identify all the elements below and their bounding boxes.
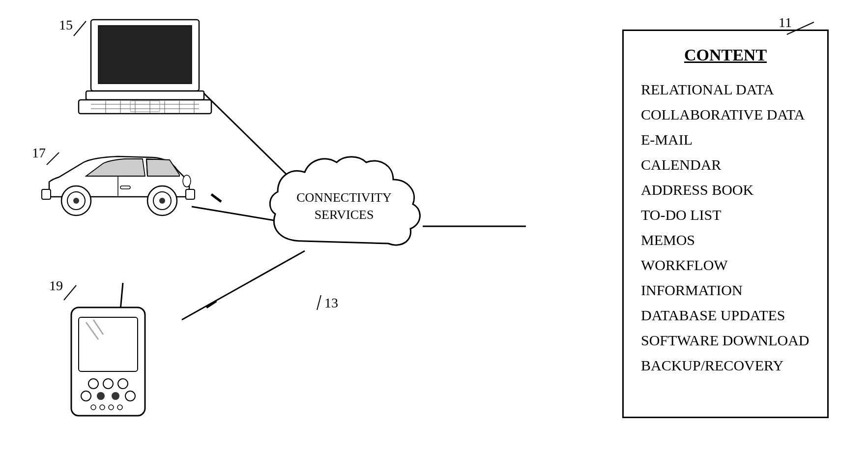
svg-point-28 [73,198,79,204]
svg-point-34 [183,175,191,187]
svg-point-47 [91,405,96,410]
svg-rect-25 [42,189,51,199]
content-box-title: CONTENT [624,46,827,64]
svg-point-40 [88,379,98,389]
content-item-2: COLLABORATIVE DATA [641,102,827,127]
content-item-9: DATABASE UPDATES [641,303,827,328]
svg-point-49 [109,405,114,410]
svg-point-45 [112,392,119,400]
content-item-5: ADDRESS BOOK [641,177,827,202]
cloud-svg: CONNECTIVITY SERVICES [260,152,428,275]
svg-point-46 [125,391,135,401]
svg-point-44 [97,392,105,400]
svg-point-42 [118,379,128,389]
svg-text:SERVICES: SERVICES [315,208,374,222]
svg-line-2 [211,194,221,202]
content-item-8: WORKFLOW INFORMATION [641,252,827,303]
svg-point-48 [100,405,105,410]
svg-line-4 [206,301,216,307]
svg-point-50 [117,405,122,410]
svg-line-53 [64,285,76,300]
svg-line-52 [47,152,59,165]
pda-svg [59,280,157,428]
content-item-10: SOFTWARE DOWNLOAD [641,328,827,353]
content-item-3: E-MAIL [641,127,827,152]
diagram-container: 11 CONTENT RELATIONAL DATA COLLABORATIVE… [0,0,868,457]
svg-point-43 [81,391,91,401]
content-item-1: RELATIONAL DATA [641,77,827,102]
content-item-7: MEMOS [641,227,827,252]
svg-line-54 [317,295,321,310]
svg-line-51 [74,21,86,36]
svg-rect-10 [98,26,192,84]
content-box: CONTENT RELATIONAL DATA COLLABORATIVE DA… [622,30,829,418]
content-item-4: CALENDAR [641,152,827,177]
content-item-6: TO-DO LIST [641,202,827,227]
svg-rect-24 [186,189,195,199]
content-list: RELATIONAL DATA COLLABORATIVE DATA E-MAI… [624,77,827,378]
svg-rect-11 [86,91,204,100]
svg-point-41 [103,379,113,389]
svg-text:CONNECTIVITY: CONNECTIVITY [296,190,392,205]
ref-arrow-13 [312,285,351,315]
content-item-11: BACKUP/RECOVERY [641,353,827,378]
ref-arrow-15 [59,14,98,43]
svg-point-31 [159,198,165,204]
svg-line-35 [120,283,123,310]
ref-arrow-17 [32,145,66,170]
ref-arrow-19 [49,278,84,303]
